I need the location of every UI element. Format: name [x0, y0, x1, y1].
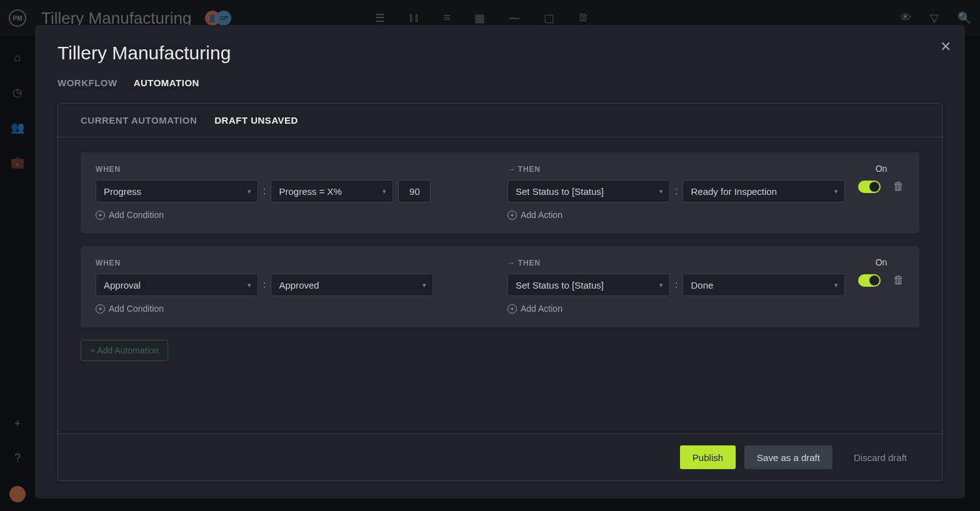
action-value-select[interactable]: Done [682, 274, 845, 296]
help-icon[interactable]: ? [14, 452, 21, 465]
user-avatar-icon[interactable] [9, 486, 26, 502]
subtab-current[interactable]: CURRENT AUTOMATION [81, 115, 197, 126]
rule-side: On 🗑 [858, 164, 904, 193]
arrow-right-icon: → [508, 259, 516, 267]
tab-automation[interactable]: AUTOMATION [134, 77, 199, 88]
plus-circle-icon: + [96, 211, 105, 220]
then-text: THEN [518, 165, 541, 174]
add-action-label: Add Action [521, 210, 562, 220]
avatar-stack: 👤 GP [205, 11, 231, 26]
panel-footer: Publish Save as a draft Discard draft [58, 434, 942, 480]
plus-circle-icon: + [508, 211, 517, 220]
app-logo: PM [9, 9, 26, 27]
then-label: →THEN [508, 165, 904, 174]
panel-subtabs: CURRENT AUTOMATION DRAFT UNSAVED [58, 104, 942, 137]
trigger-value-input[interactable] [398, 180, 431, 202]
calendar-icon[interactable]: ▢ [544, 11, 554, 25]
when-row: Progress : Progress = X% [96, 180, 492, 202]
align-icon[interactable]: ≡ [444, 11, 451, 25]
trigger-field-select[interactable]: Approval [96, 274, 258, 296]
when-row: Approval : Approved [96, 274, 492, 296]
search-icon[interactable]: 🔍 [958, 11, 971, 25]
topbar-right: 👁 ▽ 🔍 [900, 11, 971, 25]
trash-icon[interactable]: 🗑 [893, 180, 904, 193]
save-draft-button[interactable]: Save as a draft [744, 445, 832, 469]
rule-when-col: WHEN Progress : Progress = X% + Add Cond… [96, 165, 492, 220]
filter-icon[interactable]: ▽ [930, 11, 939, 25]
eye-icon[interactable]: 👁 [900, 11, 911, 25]
then-row: Set Status to [Status] : Done [508, 274, 904, 296]
automation-modal: ✕ Tillery Manufacturing WORKFLOW AUTOMAT… [35, 25, 965, 499]
briefcase-icon[interactable]: 💼 [11, 156, 24, 169]
add-automation-button[interactable]: + Add Automation [81, 340, 168, 361]
arrow-right-icon: → [508, 165, 516, 174]
board-icon[interactable]: ⫿⫿ [409, 11, 420, 25]
publish-button[interactable]: Publish [680, 445, 736, 469]
when-label: WHEN [96, 165, 492, 174]
rule-toggle[interactable] [858, 274, 881, 287]
close-button[interactable]: ✕ [940, 39, 951, 55]
add-condition-label: Add Condition [109, 210, 164, 220]
action-field-select[interactable]: Set Status to [Status] [508, 274, 670, 296]
trigger-field-select[interactable]: Progress [96, 180, 258, 202]
automation-panel: CURRENT AUTOMATION DRAFT UNSAVED WHEN Pr… [58, 103, 942, 481]
team-icon[interactable]: 👥 [11, 121, 24, 134]
add-action-label: Add Action [521, 304, 562, 314]
toggle-label: On [876, 257, 888, 267]
plus-icon[interactable]: + [14, 417, 21, 430]
panel-body: WHEN Progress : Progress = X% + Add Cond… [58, 137, 942, 434]
automation-rule: WHEN Progress : Progress = X% + Add Cond… [81, 152, 919, 234]
colon: : [263, 279, 266, 290]
plus-circle-icon: + [508, 304, 517, 314]
discard-draft-button[interactable]: Discard draft [841, 445, 919, 469]
toggle-label: On [876, 164, 888, 174]
list-icon[interactable]: ☰ [375, 11, 385, 25]
add-action-button[interactable]: + Add Action [508, 210, 904, 220]
app-sidebar: ⌂ ◷ 👥 💼 + ? [0, 36, 35, 511]
subtab-draft[interactable]: DRAFT UNSAVED [214, 115, 298, 126]
file-icon[interactable]: 🗎 [578, 11, 589, 25]
rule-toggle[interactable] [858, 181, 881, 193]
plus-circle-icon: + [96, 304, 105, 314]
add-condition-button[interactable]: + Add Condition [96, 210, 492, 220]
modal-title: Tillery Manufacturing [58, 42, 942, 64]
automation-rule: WHEN Approval : Approved + Add Condition… [81, 246, 919, 327]
rule-side: On 🗑 [858, 257, 904, 287]
then-row: Set Status to [Status] : Ready for Inspe… [508, 180, 904, 202]
trigger-op-select[interactable]: Approved [271, 274, 433, 296]
avatar-2: GP [216, 11, 231, 26]
add-action-button[interactable]: + Add Action [508, 304, 904, 314]
colon: : [263, 186, 266, 197]
when-label: WHEN [96, 259, 492, 267]
add-condition-button[interactable]: + Add Condition [96, 304, 492, 314]
action-value-select[interactable]: Ready for Inspection [682, 180, 845, 202]
action-field-select[interactable]: Set Status to [Status] [508, 180, 670, 202]
table-icon[interactable]: ▦ [474, 11, 485, 25]
add-condition-label: Add Condition [109, 304, 164, 314]
then-label: →THEN [508, 259, 904, 267]
then-text: THEN [518, 259, 541, 267]
clock-icon[interactable]: ◷ [12, 86, 22, 99]
rule-then-col: →THEN Set Status to [Status] : Done + Ad… [508, 259, 904, 314]
activity-icon[interactable]: ⁓ [509, 11, 520, 25]
trash-icon[interactable]: 🗑 [893, 274, 904, 287]
tab-workflow[interactable]: WORKFLOW [58, 77, 118, 88]
modal-tabs: WORKFLOW AUTOMATION [58, 77, 942, 88]
view-toolbar: ☰ ⫿⫿ ≡ ▦ ⁓ ▢ 🗎 [375, 11, 589, 25]
rule-when-col: WHEN Approval : Approved + Add Condition [96, 259, 492, 314]
colon: : [675, 279, 678, 290]
trigger-op-select[interactable]: Progress = X% [271, 180, 393, 202]
home-icon[interactable]: ⌂ [14, 51, 21, 64]
rule-then-col: →THEN Set Status to [Status] : Ready for… [508, 165, 904, 220]
colon: : [675, 186, 678, 197]
